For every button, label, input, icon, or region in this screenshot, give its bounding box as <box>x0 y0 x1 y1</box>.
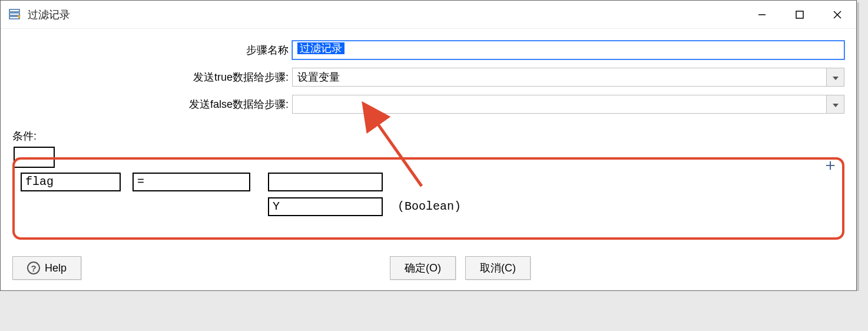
form-area: 步骤名称 过滤记录 发送true数据给步骤: 设置变量 发送false数据给步骤… <box>1 29 856 127</box>
svg-rect-1 <box>9 13 19 15</box>
step-name-row: 步骤名称 过滤记录 <box>12 41 844 59</box>
help-icon: ? <box>27 262 40 274</box>
dialog-window: 过滤记录 步骤名称 过滤记录 发送true数据给步骤: 设置变量 <box>0 0 857 291</box>
send-true-row: 发送true数据给步骤: 设置变量 <box>12 68 844 87</box>
conditions-label: 条件: <box>1 127 856 147</box>
send-true-select[interactable]: 设置变量 <box>292 68 827 87</box>
send-false-row: 发送false数据给步骤: <box>12 95 844 114</box>
close-button[interactable] <box>819 3 856 27</box>
svg-rect-4 <box>796 11 803 18</box>
step-name-value: 过滤记录 <box>297 42 344 54</box>
minimize-button[interactable] <box>743 3 781 27</box>
chevron-down-icon <box>833 72 839 82</box>
send-true-value: 设置变量 <box>297 71 340 83</box>
cancel-button[interactable]: 取消(C) <box>465 256 531 280</box>
title-bar: 过滤记录 <box>1 1 856 29</box>
condition-operator-input[interactable]: = <box>132 173 250 191</box>
conditions-area: ＋ flag = Y (Boolean) <box>1 147 856 251</box>
window-controls <box>743 3 856 27</box>
send-false-dropdown-button[interactable] <box>827 95 844 114</box>
ok-button-label: 确定(O) <box>405 261 441 275</box>
help-button-label: Help <box>45 262 67 274</box>
maximize-button[interactable] <box>781 3 819 27</box>
annotation-highlight: flag = Y (Boolean) <box>12 157 844 240</box>
button-bar: ? Help 确定(O) 取消(C) <box>1 251 856 290</box>
condition-field-input[interactable]: flag <box>21 173 121 191</box>
help-button[interactable]: ? Help <box>12 256 81 280</box>
title-left: 过滤记录 <box>9 8 70 22</box>
chevron-down-icon <box>833 99 839 110</box>
filter-rows-icon <box>9 8 22 21</box>
step-name-input[interactable]: 过滤记录 <box>292 41 844 59</box>
window-title: 过滤记录 <box>28 8 70 22</box>
condition-value-top-input[interactable] <box>268 173 383 191</box>
step-name-label: 步骤名称 <box>12 43 292 57</box>
send-true-dropdown-button[interactable] <box>827 68 844 87</box>
condition-value-bottom-input[interactable]: Y <box>268 197 383 216</box>
svg-rect-0 <box>9 9 19 12</box>
ok-button[interactable]: 确定(O) <box>390 256 456 280</box>
send-false-select[interactable] <box>292 95 827 114</box>
cancel-button-label: 取消(C) <box>480 261 516 275</box>
send-false-label: 发送false数据给步骤: <box>12 97 292 111</box>
condition-type-hint: (Boolean) <box>397 197 461 216</box>
send-true-label: 发送true数据给步骤: <box>12 70 292 84</box>
